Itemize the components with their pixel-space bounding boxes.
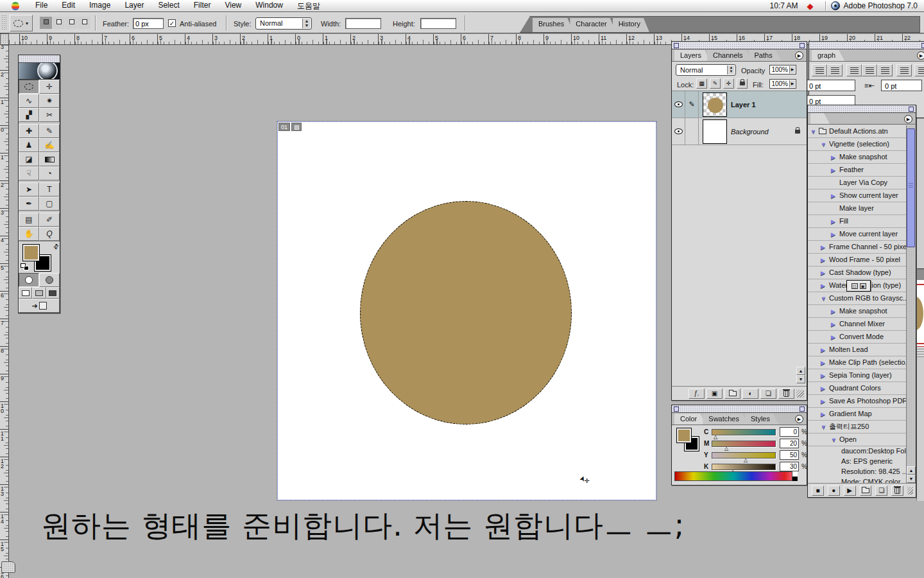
selection-mode-add-button[interactable] — [53, 17, 65, 29]
clone-stamp-tool[interactable]: ♟ — [19, 138, 39, 152]
paragraph-title-bar[interactable] — [809, 42, 924, 49]
lock-transparency-button[interactable]: ▦ — [696, 78, 707, 89]
disclosure-closed-icon[interactable]: ▶ — [821, 357, 827, 369]
toolbox-title-bar[interactable] — [19, 55, 60, 63]
options-bar-grip[interactable] — [1, 15, 7, 31]
mini-window-button-icon[interactable]: ▣ — [860, 283, 866, 289]
actions-title-bar[interactable] — [808, 105, 916, 113]
disclosure-closed-icon[interactable]: ▶ — [821, 383, 827, 395]
slider-arrow-icon[interactable]: ▶ — [789, 66, 795, 73]
scroll-down-icon[interactable]: ▼ — [907, 475, 916, 483]
selection-mode-intersect-button[interactable] — [78, 17, 90, 29]
healing-brush-tool[interactable]: ✚ — [19, 124, 39, 138]
palette-menu-button[interactable]: ▶ — [917, 51, 924, 60]
close-box-icon[interactable] — [674, 407, 679, 412]
action-item-make-layer[interactable]: Make layer — [808, 202, 906, 215]
resize-grip-icon[interactable] — [796, 390, 804, 398]
photoshop-app-icon[interactable] — [831, 1, 840, 10]
tab-paths[interactable]: Paths — [749, 50, 782, 61]
action-item-make-clip-path-selectio[interactable]: ▶Make Clip Path (selectio... — [808, 356, 906, 369]
collapse-box-icon[interactable] — [909, 107, 914, 112]
tab-styles[interactable]: Styles — [745, 414, 779, 425]
action-item-make-snapshot[interactable]: ▶Make snapshot — [808, 151, 906, 164]
action-item-gradient-map[interactable]: ▶Gradient Map — [808, 408, 906, 421]
paragraph-align-button-7[interactable] — [914, 64, 924, 76]
tab-swatches[interactable]: Swatches — [703, 414, 748, 425]
shape-tool[interactable]: ▢ — [39, 197, 60, 211]
disclosure-closed-icon[interactable]: ▶ — [821, 267, 827, 279]
action-item-wood-frame-50-pixel[interactable]: ▶Wood Frame - 50 pixel — [808, 254, 906, 267]
eraser-tool[interactable]: ◪ — [19, 152, 39, 166]
menu-File[interactable]: File — [28, 1, 55, 12]
action-item-daucom-desktop-fold[interactable]: daucom:Desktop Fold... — [808, 446, 906, 457]
layers-title-bar[interactable] — [672, 42, 807, 49]
palette-menu-button[interactable]: ▶ — [795, 415, 803, 423]
dock-tab-history[interactable]: History — [613, 18, 649, 32]
blend-mode-dropdown[interactable]: Normal ▲▼ — [676, 64, 736, 76]
width-input[interactable] — [345, 18, 381, 29]
action-item-show-current-layer[interactable]: ▶Show current layer — [808, 189, 906, 202]
menu-View[interactable]: View — [218, 1, 248, 12]
scroll-up-icon[interactable]: ▲ — [907, 466, 916, 475]
slider-value-c[interactable]: 0 — [780, 427, 799, 437]
magic-wand-tool[interactable]: ✷ — [39, 94, 60, 108]
menu-Filter[interactable]: Filter — [187, 1, 218, 12]
disclosure-closed-icon[interactable]: ▶ — [821, 408, 827, 421]
scrollbar-thumb[interactable] — [907, 128, 915, 247]
action-item-molten-lead[interactable]: ▶Molten Lead — [808, 344, 906, 356]
scroll-up-icon[interactable]: ▲ — [796, 367, 805, 375]
dock-tab-brushes[interactable]: Brushes — [533, 18, 573, 32]
paragraph-align-button-4[interactable] — [862, 64, 877, 76]
slider-value-m[interactable]: 20 — [780, 439, 799, 448]
action-item-save-as-photoshop-pdf[interactable]: ▶Save As Photoshop PDF — [808, 395, 906, 408]
foreground-color-swatch[interactable] — [23, 245, 39, 261]
action-item-vignette-selection[interactable]: ▼Vignette (selection) — [808, 138, 906, 151]
lock-paint-button[interactable]: ✎ — [710, 78, 721, 89]
link-cell[interactable] — [685, 118, 699, 145]
action-item-layer-via-copy[interactable]: Layer Via Copy — [808, 177, 906, 189]
foreground-color-swatch[interactable] — [677, 428, 691, 442]
standard-mode-button[interactable] — [19, 273, 39, 287]
disclosure-open-icon[interactable]: ▼ — [821, 421, 827, 434]
stepper-icon[interactable]: ▲▼ — [302, 19, 311, 28]
jump-to-imageready-button[interactable]: ➔ — [19, 299, 60, 313]
action-item-make-snapshot[interactable]: ▶Make snapshot — [808, 305, 906, 318]
action-item-default-actions-atn[interactable]: ▼Default Actions.atn — [808, 125, 906, 138]
disclosure-closed-icon[interactable]: ▶ — [831, 331, 837, 344]
disclosure-closed-icon[interactable]: ▶ — [831, 306, 837, 318]
vertical-ruler[interactable]: 321012345678910111213141516 — [0, 45, 9, 578]
visibility-cell[interactable] — [672, 118, 685, 145]
action-item-fill[interactable]: ▶Fill — [808, 215, 906, 228]
lock-all-button[interactable] — [737, 78, 748, 89]
quick-mask-mode-button[interactable] — [39, 273, 60, 287]
floating-mini-window[interactable]: ▢▣ — [846, 280, 871, 292]
tab-channels[interactable]: Channels — [707, 50, 751, 61]
hand-tool[interactable]: ✋ — [19, 227, 39, 241]
feather-input[interactable] — [133, 18, 164, 29]
type-tool[interactable]: T — [39, 182, 60, 197]
new-action-button[interactable]: ❏ — [875, 486, 887, 496]
layer-thumbnail[interactable] — [703, 119, 727, 144]
layers-scrollbar[interactable]: ▲ ▼ — [796, 367, 805, 383]
disclosure-closed-icon[interactable]: ▶ — [831, 190, 837, 202]
layer-row-layer-1[interactable]: ✎Layer 1 — [672, 91, 807, 118]
collapse-box-icon[interactable] — [800, 43, 805, 48]
fullscreen-with-menu-button[interactable] — [32, 287, 46, 299]
menu-도움말[interactable]: 도움말 — [290, 1, 327, 12]
resize-grip-icon[interactable] — [907, 487, 913, 495]
history-brush-tool[interactable]: ✍ — [39, 138, 60, 152]
standard-screen-mode-button[interactable] — [19, 287, 32, 299]
zoom-tool[interactable]: Q — [39, 227, 60, 241]
disclosure-closed-icon[interactable]: ▶ — [821, 396, 827, 408]
action-item-channel-mixer[interactable]: ▶Channel Mixer — [808, 318, 906, 331]
paragraph-align-button-3[interactable] — [846, 64, 862, 76]
play-button[interactable]: ▶ — [844, 486, 856, 496]
action-item-convert-mode[interactable]: ▶Convert Mode — [808, 331, 906, 344]
collapse-box-icon[interactable] — [921, 43, 924, 48]
action-item-frame-channel-50-pixel[interactable]: ▶Frame Channel - 50 pixel — [808, 241, 906, 254]
elliptical-marquee-tool[interactable] — [19, 80, 39, 94]
move-tool[interactable]: ✛ — [39, 80, 60, 94]
dock-tab-character[interactable]: Character — [570, 18, 615, 32]
fill-value-box[interactable]: 100%▶ — [769, 79, 796, 89]
delete-layer-button[interactable] — [778, 389, 794, 399]
